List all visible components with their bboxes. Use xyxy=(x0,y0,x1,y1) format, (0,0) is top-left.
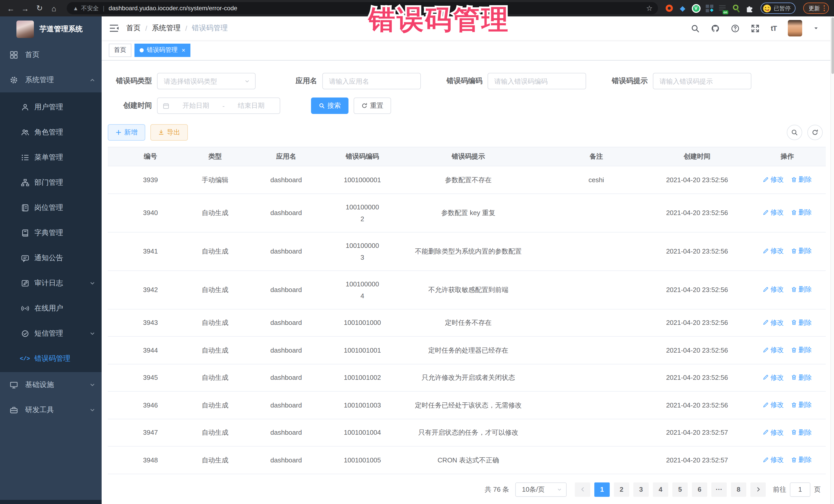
end-date-placeholder[interactable]: 结束日期 xyxy=(227,101,275,110)
reload-icon[interactable]: ↻ xyxy=(34,3,45,14)
cell-hint: 不允许获取敏感配置到前端 xyxy=(390,270,547,309)
sidebar-item-roles[interactable]: 角色管理 xyxy=(0,119,102,145)
breadcrumb-system[interactable]: 系统管理 xyxy=(152,24,181,33)
close-icon[interactable]: × xyxy=(182,47,185,53)
browser-profile-button[interactable]: 已暂停 xyxy=(760,3,795,14)
next-page-button[interactable] xyxy=(750,482,766,497)
extension-vue-icon[interactable]: V xyxy=(692,4,700,13)
delete-button[interactable]: 删除 xyxy=(791,206,812,218)
edit-button[interactable]: 修改 xyxy=(763,174,784,185)
edit-button[interactable]: 修改 xyxy=(763,399,784,411)
page-button-8[interactable]: 8 xyxy=(731,482,746,497)
sidebar-item-audit-log[interactable]: 审计日志 xyxy=(0,270,102,295)
edit-button[interactable]: 修改 xyxy=(763,454,784,465)
sidebar-item-announcements[interactable]: 通知公告 xyxy=(0,245,102,270)
add-button[interactable]: 新增 xyxy=(108,124,145,140)
sidebar-item-posts[interactable]: 岗位管理 xyxy=(0,195,102,220)
sidebar-item-online-users[interactable]: 在线用户 xyxy=(0,295,102,321)
start-date-placeholder[interactable]: 开始日期 xyxy=(172,101,219,110)
edit-button[interactable]: 修改 xyxy=(763,284,784,295)
browser-update-button[interactable]: 更新 xyxy=(803,3,829,14)
sidebar-item-infrastructure[interactable]: 基础设施 xyxy=(0,372,102,397)
hamburger-icon[interactable] xyxy=(109,23,119,34)
reset-button[interactable]: 重置 xyxy=(354,97,391,114)
sidebar-item-dictionary[interactable]: 字典管理 xyxy=(0,220,102,245)
error-code-input[interactable] xyxy=(493,77,580,85)
tab-error-code[interactable]: 错误码管理 × xyxy=(134,43,191,57)
home-icon[interactable]: ⌂ xyxy=(48,3,60,14)
pagination: 共 76 条 10条/页 123456···8 前往 页 xyxy=(108,482,826,497)
breadcrumb-current: 错误码管理 xyxy=(192,24,228,33)
error-code-field[interactable] xyxy=(487,73,586,89)
delete-button[interactable]: 删除 xyxy=(791,284,812,295)
prev-page-button[interactable] xyxy=(575,482,590,497)
cell-hint: 只有开启状态的任务，才可以修改 xyxy=(390,419,547,446)
delete-button[interactable]: 删除 xyxy=(791,245,812,257)
edit-button[interactable]: 修改 xyxy=(763,206,784,218)
delete-button[interactable]: 删除 xyxy=(791,174,812,185)
page-button-1[interactable]: 1 xyxy=(594,482,610,497)
error-hint-input[interactable] xyxy=(658,77,746,85)
sidebar-item-devtools[interactable]: 研发工具 xyxy=(0,397,102,422)
forward-icon[interactable]: → xyxy=(20,3,31,14)
edit-button[interactable]: 修改 xyxy=(763,316,784,328)
browser-menu-icon[interactable] xyxy=(824,5,825,11)
delete-button[interactable]: 删除 xyxy=(791,316,812,328)
sidebar-item-sms[interactable]: 短信管理 xyxy=(0,321,102,346)
delete-button[interactable]: 删除 xyxy=(791,426,812,438)
sidebar-item-home[interactable]: 首页 xyxy=(0,42,102,67)
header-search-icon[interactable] xyxy=(691,24,700,32)
sidebar-item-system[interactable]: 系统管理 xyxy=(0,67,102,92)
delete-button[interactable]: 删除 xyxy=(791,454,812,465)
table-refresh-icon[interactable] xyxy=(807,125,823,140)
date-range-picker[interactable]: 开始日期 - 结束日期 xyxy=(157,97,280,114)
extension-orange-ring-icon[interactable] xyxy=(665,4,674,13)
app-name-input[interactable] xyxy=(328,77,415,85)
bookmark-star-icon[interactable]: ☆ xyxy=(646,4,653,12)
extension-grid-icon[interactable] xyxy=(705,4,714,13)
sidebar-item-departments[interactable]: 部门管理 xyxy=(0,170,102,195)
page-ellipsis[interactable]: ··· xyxy=(711,482,727,497)
fullscreen-icon[interactable] xyxy=(751,24,760,32)
cell-remark xyxy=(547,194,645,232)
extension-green-icon[interactable] xyxy=(731,4,740,13)
extension-gem-icon[interactable]: ◆ xyxy=(678,4,687,13)
page-button-2[interactable]: 2 xyxy=(614,482,629,497)
sidebar-item-error-code[interactable]: </> 错误码管理 xyxy=(0,346,102,371)
caret-down-icon[interactable] xyxy=(813,26,819,31)
sidebar-item-users[interactable]: 用户管理 xyxy=(0,94,102,119)
page-size-select[interactable]: 10条/页 xyxy=(515,482,567,497)
tab-home[interactable]: 首页 xyxy=(109,43,131,57)
edit-button[interactable]: 修改 xyxy=(763,245,784,257)
page-scrollbar[interactable] xyxy=(830,17,834,504)
announcement-icon xyxy=(21,254,29,262)
page-button-3[interactable]: 3 xyxy=(633,482,649,497)
delete-button[interactable]: 删除 xyxy=(791,399,812,411)
page-button-5[interactable]: 5 xyxy=(672,482,688,497)
edit-button[interactable]: 修改 xyxy=(763,344,784,356)
address-bar[interactable]: ▲ 不安全 | dashboard.yudao.iocoder.cn/syste… xyxy=(67,2,658,14)
search-button[interactable]: 搜索 xyxy=(311,97,349,114)
github-icon[interactable] xyxy=(711,24,720,32)
error-type-select-input[interactable] xyxy=(163,77,244,85)
table-search-icon[interactable] xyxy=(787,125,802,140)
breadcrumb-home[interactable]: 首页 xyxy=(126,24,140,33)
app-name-field[interactable] xyxy=(322,73,421,89)
page-button-6[interactable]: 6 xyxy=(692,482,707,497)
extensions-puzzle-icon[interactable] xyxy=(745,4,754,13)
delete-button[interactable]: 删除 xyxy=(791,371,812,383)
page-button-4[interactable]: 4 xyxy=(653,482,668,497)
extension-list-on-icon[interactable]: on xyxy=(718,4,727,13)
edit-button[interactable]: 修改 xyxy=(763,426,784,438)
delete-button[interactable]: 删除 xyxy=(791,344,812,356)
error-type-select[interactable] xyxy=(157,73,256,89)
user-avatar[interactable] xyxy=(788,20,802,37)
export-button[interactable]: 导出 xyxy=(150,124,188,140)
font-size-icon[interactable]: tT xyxy=(771,24,776,32)
goto-page-input[interactable] xyxy=(790,482,810,497)
error-hint-field[interactable] xyxy=(653,73,751,89)
back-icon[interactable]: ← xyxy=(5,3,17,14)
sidebar-item-menus[interactable]: 菜单管理 xyxy=(0,145,102,170)
help-icon[interactable] xyxy=(731,24,740,32)
edit-button[interactable]: 修改 xyxy=(763,371,784,383)
